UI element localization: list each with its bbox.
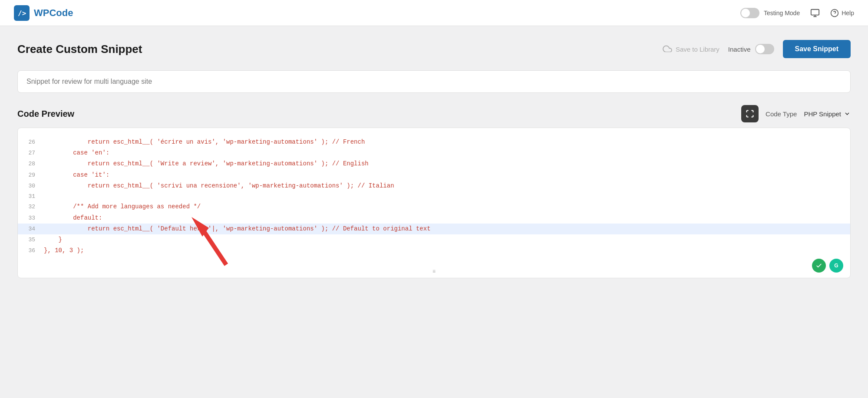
page-title: Create Custom Snippet <box>17 43 142 56</box>
testing-mode-toggle[interactable] <box>740 8 759 18</box>
line-code: case 'it': <box>44 170 109 181</box>
inactive-toggle[interactable] <box>755 44 774 54</box>
line-number: 33 <box>26 213 44 223</box>
line-number: 36 <box>26 246 44 256</box>
save-to-library-label: Save to Library <box>676 46 719 53</box>
code-icon-green[interactable] <box>812 259 826 273</box>
code-line: 29 case 'it': <box>18 170 850 181</box>
topbar: /> WPCode Testing Mode Help <box>0 0 868 26</box>
code-preview-header: Code Preview Code Type PHP Snippet <box>17 105 851 122</box>
cloud-icon <box>663 44 672 54</box>
line-number: 27 <box>26 148 44 158</box>
line-code: return esc_html__( 'écrire un avis', 'wp… <box>44 137 365 148</box>
code-icon-grammarly[interactable]: G <box>829 259 843 273</box>
line-code: } <box>44 234 62 245</box>
line-code: case 'en': <box>44 148 109 158</box>
code-scrollbar: ≡ <box>18 265 850 278</box>
save-snippet-button[interactable]: Save Snippet <box>783 40 851 58</box>
line-number: 31 <box>26 191 44 201</box>
line-number: 30 <box>26 181 44 191</box>
code-line: 34 return esc_html__( 'Default here '|, … <box>18 224 850 234</box>
line-code: return esc_html__( 'Write a review', 'wp… <box>44 158 369 169</box>
line-number: 26 <box>26 137 44 147</box>
code-bottom-icons: G <box>812 259 843 273</box>
code-line: 31 <box>18 191 850 201</box>
inactive-group: Inactive <box>728 44 774 54</box>
monitor-icon-button[interactable] <box>810 8 820 18</box>
help-button[interactable]: Help <box>830 9 854 17</box>
line-code: return esc_html__( 'scrivi una recension… <box>44 181 394 191</box>
testing-mode-group: Testing Mode <box>740 8 800 18</box>
logo-group: /> WPCode <box>14 5 73 21</box>
code-preview-controls: Code Type PHP Snippet <box>741 105 851 122</box>
line-code: default: <box>44 213 102 224</box>
line-code: /** Add more languages as needed */ <box>44 201 201 212</box>
save-to-library-button[interactable]: Save to Library <box>663 44 719 54</box>
code-line: 33 default: <box>18 213 850 224</box>
code-editor: 26 return esc_html__( 'écrire un avis', … <box>17 128 851 278</box>
code-type-label: Code Type <box>766 110 797 118</box>
svg-text:/>: /> <box>18 9 26 17</box>
page-content: Create Custom Snippet Save to Library In… <box>0 26 868 292</box>
line-number: 32 <box>26 202 44 212</box>
code-line: 28 return esc_html__( 'Write a review', … <box>18 158 850 169</box>
code-line: 27 case 'en': <box>18 148 850 158</box>
code-line: 30 return esc_html__( 'scrivi una recens… <box>18 181 850 191</box>
code-line: 35 } <box>18 234 850 245</box>
header-actions: Save to Library Inactive Save Snippet <box>663 40 851 58</box>
code-line: 36}, 10, 3 ); <box>18 245 850 256</box>
line-number: 34 <box>26 224 44 234</box>
logo-icon: /> <box>14 5 30 21</box>
line-number: 29 <box>26 170 44 180</box>
code-area[interactable]: 26 return esc_html__( 'écrire un avis', … <box>18 128 850 265</box>
page-header: Create Custom Snippet Save to Library In… <box>17 40 851 58</box>
inactive-label: Inactive <box>728 46 751 53</box>
line-number: 35 <box>26 235 44 245</box>
code-line: 26 return esc_html__( 'écrire un avis', … <box>18 137 850 148</box>
snippet-name-input[interactable] <box>17 70 851 93</box>
line-code: }, 10, 3 ); <box>44 245 84 256</box>
topbar-right: Testing Mode Help <box>740 8 854 18</box>
help-label: Help <box>842 10 854 16</box>
line-number: 28 <box>26 159 44 169</box>
testing-mode-label: Testing Mode <box>764 10 800 16</box>
code-preview-title: Code Preview <box>17 109 74 119</box>
code-line: 32 /** Add more languages as needed */ <box>18 201 850 212</box>
line-code: return esc_html__( 'Default here '|, 'wp… <box>44 224 431 234</box>
code-type-value: PHP Snippet <box>804 110 841 118</box>
expand-button[interactable] <box>741 105 759 122</box>
code-type-select[interactable]: PHP Snippet <box>804 110 851 118</box>
svg-rect-1 <box>811 9 819 15</box>
logo-text: WPCode <box>34 7 73 19</box>
